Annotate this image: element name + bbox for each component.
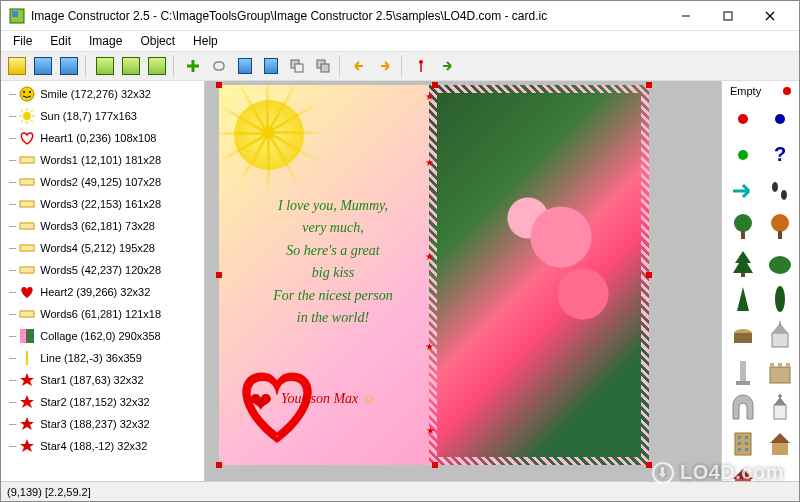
selection-handle[interactable] <box>646 462 652 468</box>
star-marker[interactable]: ★ <box>425 251 433 259</box>
star-marker[interactable]: ★ <box>425 341 433 349</box>
svg-rect-46 <box>741 273 745 277</box>
tree-item[interactable]: —Words2 (49,125) 107x28 <box>3 171 202 193</box>
palette-house-brown[interactable] <box>763 427 795 459</box>
palette-monument[interactable] <box>726 355 758 387</box>
save-button[interactable] <box>57 54 81 78</box>
palette-green-dot[interactable] <box>726 139 758 171</box>
selection-handle[interactable] <box>216 272 222 278</box>
tree-item[interactable]: —Words5 (42,237) 120x28 <box>3 259 202 281</box>
anchor-button[interactable] <box>409 54 433 78</box>
copy-doc-button[interactable] <box>233 54 257 78</box>
svg-rect-51 <box>772 333 788 347</box>
goto-button[interactable] <box>435 54 459 78</box>
palette-conifer[interactable] <box>726 283 758 315</box>
tree-item-label: Star1 (187,63) 32x32 <box>40 374 143 386</box>
arrow-left-button[interactable] <box>347 54 371 78</box>
palette-bush[interactable] <box>763 247 795 279</box>
titlebar: Image Constructor 2.5 - C:\ImageToolsGro… <box>1 1 799 31</box>
tree-item[interactable]: —Star2 (187,152) 32x32 <box>3 391 202 413</box>
menu-object[interactable]: Object <box>132 32 183 50</box>
link-button[interactable] <box>207 54 231 78</box>
collage-object[interactable] <box>429 85 649 465</box>
menu-file[interactable]: File <box>5 32 40 50</box>
svg-rect-34 <box>26 329 34 343</box>
red-dot-icon[interactable] <box>783 87 791 95</box>
maximize-button[interactable] <box>707 4 749 28</box>
tree-item[interactable]: —Star4 (188,-12) 32x32 <box>3 435 202 457</box>
text-icon <box>18 217 36 235</box>
tree-item[interactable]: —Sun (18,7) 177x163 <box>3 105 202 127</box>
paste-doc-button[interactable] <box>259 54 283 78</box>
tree-item-label: Star3 (188,237) 32x32 <box>40 418 149 430</box>
menu-image[interactable]: Image <box>81 32 130 50</box>
poem-text[interactable]: I love you, Mummy, very much, So here's … <box>233 195 433 329</box>
palette-footprints[interactable] <box>763 175 795 207</box>
palette-arch[interactable] <box>726 391 758 423</box>
svg-point-47 <box>769 256 791 274</box>
palette-chapel[interactable] <box>763 391 795 423</box>
tree-item[interactable]: —Star3 (188,237) 32x32 <box>3 413 202 435</box>
tree-item[interactable]: —Heart1 (0,236) 108x108 <box>3 127 202 149</box>
svg-point-42 <box>734 214 752 232</box>
menu-edit[interactable]: Edit <box>42 32 79 50</box>
selection-handle[interactable] <box>646 272 652 278</box>
add-button[interactable] <box>181 54 205 78</box>
open-button[interactable] <box>31 54 55 78</box>
tree-item[interactable]: —Words4 (5,212) 195x28 <box>3 237 202 259</box>
palette-house-red[interactable] <box>726 463 758 481</box>
svg-rect-67 <box>738 448 741 451</box>
heart-icon[interactable]: ❤ <box>249 386 272 419</box>
tree-item[interactable]: —Words3 (62,181) 73x28 <box>3 215 202 237</box>
palette-red-dot[interactable] <box>726 103 758 135</box>
star-marker[interactable]: ★ <box>425 157 433 165</box>
palette-stump[interactable] <box>726 319 758 351</box>
group-button[interactable] <box>311 54 335 78</box>
palette-blue-dot[interactable] <box>763 103 795 135</box>
tree-item[interactable]: —Line (182,-3) 36x359 <box>3 347 202 369</box>
arrow-right-button[interactable] <box>373 54 397 78</box>
selection-handle[interactable] <box>216 462 222 468</box>
star-marker[interactable]: ★ <box>425 91 433 99</box>
palette-castle[interactable] <box>763 355 795 387</box>
minimize-button[interactable] <box>665 4 707 28</box>
menu-help[interactable]: Help <box>185 32 226 50</box>
svg-rect-65 <box>738 442 741 445</box>
tree-item[interactable]: —Heart2 (39,266) 32x32 <box>3 281 202 303</box>
star-marker[interactable]: ★ <box>426 425 434 433</box>
palette-pine[interactable] <box>726 247 758 279</box>
palette-building[interactable] <box>726 427 758 459</box>
tree-item[interactable]: —Smile (172,276) 32x32 <box>3 83 202 105</box>
sun-object[interactable] <box>219 85 339 205</box>
selection-handle[interactable] <box>432 462 438 468</box>
signature-text[interactable]: Your son Max ☺ <box>281 391 376 407</box>
selection-handle[interactable] <box>216 82 222 88</box>
selection-handle[interactable] <box>432 82 438 88</box>
tree-item[interactable]: —Star1 (187,63) 32x32 <box>3 369 202 391</box>
tree-item-label: Star2 (187,152) 32x32 <box>40 396 149 408</box>
tree-item[interactable]: —Collage (162,0) 290x358 <box>3 325 202 347</box>
tree-item[interactable]: —Words6 (61,281) 121x18 <box>3 303 202 325</box>
svg-rect-45 <box>778 231 782 239</box>
layers-button[interactable] <box>285 54 309 78</box>
download-button[interactable] <box>145 54 169 78</box>
close-button[interactable] <box>749 4 791 28</box>
import-button[interactable] <box>119 54 143 78</box>
text-icon <box>18 261 36 279</box>
palette-arrow-right[interactable] <box>726 175 758 207</box>
svg-rect-62 <box>735 433 751 455</box>
export-button[interactable] <box>93 54 117 78</box>
selection-handle[interactable] <box>646 82 652 88</box>
palette-cypress[interactable] <box>763 283 795 315</box>
canvas-area[interactable]: I love you, Mummy, very much, So here's … <box>205 81 721 481</box>
object-tree[interactable]: —Smile (172,276) 32x32—Sun (18,7) 177x16… <box>1 81 205 481</box>
svg-rect-26 <box>20 157 34 163</box>
new-button[interactable] <box>5 54 29 78</box>
tree-item[interactable]: —Words1 (12,101) 181x28 <box>3 149 202 171</box>
tree-item[interactable]: —Words3 (22,153) 161x28 <box>3 193 202 215</box>
palette-tree-round[interactable] <box>726 211 758 243</box>
palette-question[interactable]: ? <box>763 139 795 171</box>
canvas[interactable]: I love you, Mummy, very much, So here's … <box>219 85 649 465</box>
palette-tree-autumn[interactable] <box>763 211 795 243</box>
palette-church[interactable] <box>763 319 795 351</box>
